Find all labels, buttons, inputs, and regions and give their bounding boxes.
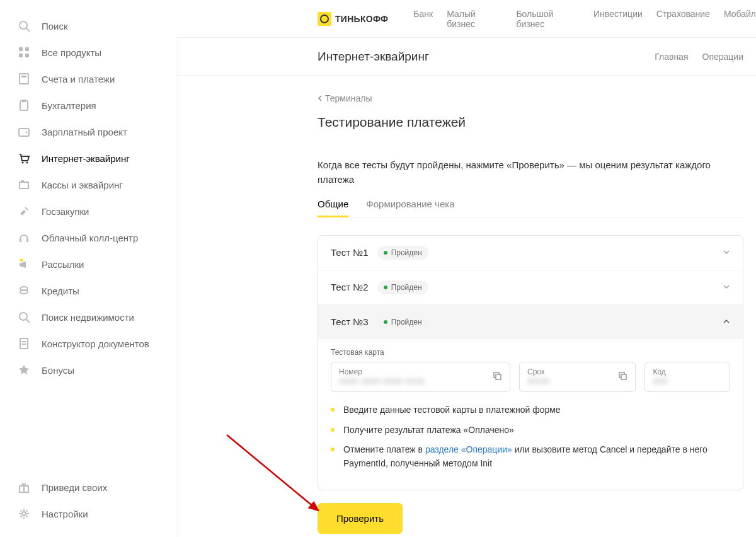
sidebar-item-label: Рассылки — [42, 259, 84, 270]
test-row[interactable]: Тест №2Пройден — [318, 270, 743, 305]
svg-point-19 — [20, 259, 23, 262]
test-name: Тест №2 — [331, 282, 369, 292]
instruction-item: Получите результат платежа «Оплачено» — [331, 424, 730, 437]
subnav-link[interactable]: Главная — [655, 52, 688, 62]
sidebar-item-gift[interactable]: Приведи своих — [0, 474, 176, 500]
sidebar-item-label: Облачный колл-центр — [42, 233, 138, 243]
coins-icon — [18, 284, 30, 297]
star-icon — [18, 364, 30, 376]
svg-point-0 — [20, 21, 27, 29]
breadcrumb[interactable]: Терминалы — [318, 93, 743, 103]
sidebar-item-register[interactable]: Кассы и эквайринг — [0, 171, 176, 198]
card-field-2: Код000 — [644, 362, 730, 392]
bullet-icon — [331, 428, 335, 432]
clipboard-icon — [18, 99, 30, 112]
test-row-expanded[interactable]: Тест №3Пройден — [318, 305, 743, 339]
sidebar-item-gear[interactable]: Настройки — [0, 500, 176, 527]
megaphone-icon — [18, 258, 30, 270]
svg-rect-4 — [19, 54, 23, 57]
nav-link[interactable]: Страхование — [656, 9, 710, 29]
card-field-1: Срок00/00 — [519, 362, 636, 392]
sidebar-item-star[interactable]: Бонусы — [0, 357, 176, 383]
svg-line-1 — [26, 28, 30, 32]
operations-link[interactable]: разделе «Операции» — [425, 444, 512, 454]
gift-icon — [18, 481, 30, 494]
svg-rect-17 — [20, 239, 21, 242]
field-label: Код — [653, 367, 667, 376]
sidebar-item-wallet[interactable]: Зарплатный проект — [0, 118, 176, 145]
nav-link[interactable]: Малый бизнес — [447, 9, 502, 29]
svg-rect-9 — [22, 100, 26, 102]
status-badge: Пройден — [377, 315, 428, 329]
svg-line-35 — [227, 435, 318, 511]
sidebar-item-label: Счета и платежи — [42, 74, 115, 84]
subheader: Интернет-эквайринг ГлавнаяОперации — [176, 38, 756, 76]
grid-icon — [18, 46, 30, 59]
sidebar: ПоискВсе продуктыСчета и платежиБухгалте… — [0, 0, 176, 537]
status-badge: Пройден — [377, 280, 428, 294]
tests-panel: Тест №1ПройденТест №2ПройденТест №3Пройд… — [318, 235, 743, 490]
svg-point-11 — [26, 132, 28, 134]
instructions-list: Введите данные тестовой карты в платежно… — [331, 403, 730, 471]
brand-logo[interactable]: ТИНЬКОФФ — [318, 12, 388, 26]
calc-icon — [18, 72, 30, 85]
sidebar-item-search-home[interactable]: Поиск недвижимости — [0, 304, 176, 330]
svg-rect-8 — [20, 101, 28, 110]
svg-point-29 — [22, 512, 26, 516]
chevron-left-icon — [318, 93, 323, 103]
field-value: 0000 0000 0000 0000 — [339, 376, 425, 386]
gavel-icon — [18, 205, 30, 217]
sidebar-item-cart[interactable]: Интернет-эквайринг — [0, 145, 176, 171]
sidebar-item-label: Бонусы — [42, 365, 74, 376]
cart-icon — [18, 152, 30, 165]
sidebar-item-grid[interactable]: Все продукты — [0, 39, 176, 66]
sidebar-item-headset[interactable]: Облачный колл-центр — [0, 224, 176, 251]
sidebar-item-label: Настройки — [42, 509, 88, 519]
svg-rect-2 — [19, 47, 23, 51]
subnav-link[interactable]: Операции — [702, 52, 744, 62]
field-label: Срок — [527, 367, 549, 376]
check-button[interactable]: Проверить — [318, 503, 403, 534]
svg-rect-6 — [20, 74, 28, 84]
copy-icon[interactable] — [617, 371, 627, 383]
brand-name: ТИНЬКОФФ — [335, 14, 388, 24]
bullet-icon — [331, 408, 335, 412]
register-icon — [18, 178, 30, 191]
svg-rect-31 — [496, 374, 501, 379]
sidebar-item-coins[interactable]: Кредиты — [0, 277, 176, 304]
svg-rect-3 — [25, 47, 29, 51]
nav-link[interactable]: Банк — [413, 9, 433, 29]
sidebar-item-label: Госзакупки — [42, 206, 89, 217]
sidebar-item-clipboard[interactable]: Бухгалтерия — [0, 92, 176, 118]
test-row[interactable]: Тест №1Пройден — [318, 236, 743, 270]
sidebar-item-search[interactable]: Поиск — [0, 13, 176, 39]
svg-rect-15 — [21, 180, 24, 182]
svg-rect-7 — [21, 76, 26, 78]
sidebar-item-label: Поиск — [42, 21, 68, 32]
tabs: ОбщиеФормирование чека — [318, 199, 743, 217]
nav-link[interactable]: Инвестиции — [593, 9, 643, 29]
sidebar-item-gavel[interactable]: Госзакупки — [0, 198, 176, 224]
breadcrumb-label: Терминалы — [325, 93, 372, 103]
svg-rect-10 — [19, 129, 29, 136]
svg-point-12 — [22, 162, 24, 164]
sub-nav: ГлавнаяОперации — [655, 52, 743, 62]
gear-icon — [18, 507, 30, 520]
status-badge: Пройден — [377, 246, 428, 260]
sidebar-item-label: Зарплатный проект — [42, 127, 127, 137]
tab-0[interactable]: Общие — [318, 199, 348, 217]
test-name: Тест №3 — [331, 316, 369, 327]
nav-link[interactable]: Мобайл — [724, 9, 756, 29]
svg-rect-18 — [26, 239, 28, 242]
sidebar-item-calc[interactable]: Счета и платежи — [0, 66, 176, 92]
sidebar-item-doc[interactable]: Конструктор документов — [0, 330, 176, 357]
tab-1[interactable]: Формирование чека — [366, 199, 454, 217]
test-body: Тестовая картаНомер0000 0000 0000 0000Ср… — [318, 339, 743, 490]
wallet-icon — [18, 125, 30, 138]
nav-link[interactable]: Большой бизнес — [516, 9, 580, 29]
chevron-up-icon — [723, 317, 730, 327]
sidebar-item-megaphone[interactable]: Рассылки — [0, 251, 176, 277]
field-label: Номер — [339, 367, 425, 376]
annotation-arrow — [220, 429, 334, 529]
copy-icon[interactable] — [492, 371, 502, 383]
